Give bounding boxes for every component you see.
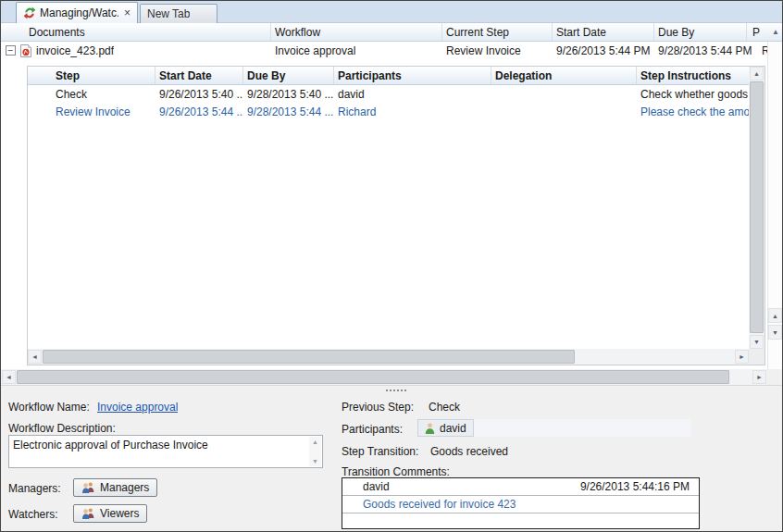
workflow-name-link[interactable]: Invoice approval xyxy=(97,401,178,414)
steps-vertical-scrollbar[interactable]: ▲ ▼ xyxy=(749,67,764,349)
tab-new-tab[interactable]: New Tab xyxy=(140,4,218,23)
transition-comments-box: david 9/26/2013 5:44:16 PM Goods receive… xyxy=(342,477,700,529)
scroll-up-icon: ▲ xyxy=(772,313,778,319)
scroll-left-icon: ◄ xyxy=(31,353,38,360)
workflow-icon xyxy=(23,6,36,19)
managers-button[interactable]: Managers xyxy=(73,478,157,497)
description-scrollbar[interactable]: ▲ ▼ xyxy=(309,437,321,466)
participants-label: Participants: xyxy=(342,423,403,436)
tab-bar: Managing/Watc... × New Tab xyxy=(1,1,782,23)
steps-detail-panel: Step Start Date Due By Participants Dele… xyxy=(27,66,765,365)
column-label: Participants xyxy=(338,69,402,82)
column-header-documents[interactable]: Documents xyxy=(1,23,271,41)
column-label: Due By xyxy=(247,69,285,82)
splitter-grip[interactable] xyxy=(386,390,406,391)
scroll-right-button[interactable]: ► xyxy=(752,370,766,384)
scroll-up-icon: ▲ xyxy=(753,70,760,77)
comment-text-row[interactable]: Goods received for invoice 423 xyxy=(342,496,699,513)
column-header-start-date[interactable]: Start Date xyxy=(553,23,654,41)
step-participants: david xyxy=(334,85,491,103)
scrollbar-corner xyxy=(749,349,764,365)
comment-timestamp: 9/26/2013 5:44:16 PM xyxy=(580,480,699,493)
column-header-priority[interactable]: P ▲ xyxy=(747,23,782,41)
step-instructions: Check whether goods re xyxy=(637,85,749,103)
document-name: invoice_423.pdf xyxy=(36,44,114,57)
tab-label: Managing/Watc... xyxy=(40,6,118,19)
document-start-date: 9/26/2013 5:44 PM xyxy=(556,44,650,57)
scroll-up-button[interactable]: ▲ xyxy=(750,67,764,80)
column-label: Workflow xyxy=(275,26,320,39)
people-icon xyxy=(81,482,95,493)
steps-horizontal-scrollbar[interactable]: ◄ ► xyxy=(28,349,749,365)
document-row[interactable]: − invoice_423.pdf Invoice approval Revie… xyxy=(1,42,782,59)
previous-step-label: Previous Step: xyxy=(342,401,414,414)
watchers-button[interactable]: Viewers xyxy=(73,504,147,523)
comment-header-row[interactable]: david 9/26/2013 5:44:16 PM xyxy=(342,478,699,496)
tab-managing-watching[interactable]: Managing/Watc... × xyxy=(16,2,138,23)
steps-grid-header: Step Start Date Due By Participants Dele… xyxy=(28,67,749,85)
column-header-step-start-date[interactable]: Start Date xyxy=(155,67,243,84)
collapse-row-button[interactable]: − xyxy=(6,45,16,56)
outer-vertical-scrollbar[interactable]: ▲ ▼ xyxy=(767,42,782,369)
people-icon xyxy=(81,508,95,519)
scrollbar-thumb[interactable] xyxy=(43,350,575,364)
step-row[interactable]: Review Invoice 9/26/2013 5:44 ... 9/28/2… xyxy=(28,103,749,120)
column-label: Start Date xyxy=(159,69,212,82)
scroll-down-button[interactable]: ▼ xyxy=(768,325,782,340)
column-label: Start Date xyxy=(556,26,606,39)
scroll-down-button[interactable]: ▼ xyxy=(750,335,764,349)
column-header-current-step[interactable]: Current Step xyxy=(442,23,553,41)
step-due-by: 9/28/2013 5:40 ... xyxy=(243,85,334,103)
step-name: Review Invoice xyxy=(28,103,155,120)
scroll-down-icon: ▼ xyxy=(753,339,760,345)
application-window: Managing/Watc... × New Tab Documents Wor… xyxy=(0,0,783,532)
step-participants: Richard xyxy=(334,103,491,120)
managers-button-label: Managers xyxy=(100,481,149,494)
workflow-name-label: Workflow Name: xyxy=(8,401,90,414)
comment-empty-row xyxy=(342,513,699,528)
column-header-step-instructions[interactable]: Step Instructions xyxy=(637,67,749,84)
scroll-right-icon: ► xyxy=(756,374,763,380)
document-workflow: Invoice approval xyxy=(275,44,355,57)
scroll-up-button[interactable]: ▲ xyxy=(768,308,782,323)
step-start-date: 9/26/2013 5:40 ... xyxy=(155,85,243,103)
column-label: Delegation xyxy=(495,69,552,82)
scroll-left-button[interactable]: ◄ xyxy=(2,370,16,384)
column-label: P xyxy=(752,26,760,39)
column-header-delegation[interactable]: Delegation xyxy=(491,67,637,84)
scroll-right-icon: ► xyxy=(739,353,745,360)
column-label: Due By xyxy=(658,26,694,39)
previous-step-value: Check xyxy=(429,401,460,414)
scrollbar-thumb[interactable] xyxy=(750,81,764,333)
column-header-due-by[interactable]: Due By xyxy=(654,23,747,41)
step-name: Check xyxy=(28,85,155,103)
scroll-right-button[interactable]: ► xyxy=(735,350,749,364)
tab-close-icon[interactable]: × xyxy=(124,7,130,19)
sort-ascending-icon: ▲ xyxy=(772,28,779,36)
watchers-label: Watchers: xyxy=(8,508,58,521)
pdf-file-icon xyxy=(20,44,31,57)
column-header-step-due-by[interactable]: Due By xyxy=(243,67,334,84)
step-row[interactable]: Check 9/26/2013 5:40 ... 9/28/2013 5:40 … xyxy=(28,85,749,103)
scrollbar-corner xyxy=(767,369,782,385)
column-label: Documents xyxy=(29,26,85,39)
column-label: Current Step xyxy=(446,26,509,39)
workflow-description-label: Workflow Description: xyxy=(8,422,116,435)
outer-horizontal-scrollbar[interactable]: ◄ ► xyxy=(1,369,767,385)
scroll-down-icon[interactable]: ▼ xyxy=(312,458,318,464)
step-transition-value: Goods received xyxy=(430,445,508,458)
tab-label: New Tab xyxy=(147,7,190,20)
panel-splitter[interactable] xyxy=(1,385,782,394)
column-header-step[interactable]: Step xyxy=(28,67,155,84)
column-header-workflow[interactable]: Workflow xyxy=(271,23,442,41)
workflow-description-text: Electronic approval of Purchase Invoice xyxy=(9,436,322,452)
participant-chip[interactable]: david xyxy=(417,419,474,437)
scroll-up-icon[interactable]: ▲ xyxy=(312,439,318,445)
scroll-left-button[interactable]: ◄ xyxy=(28,350,42,364)
transition-comments-label: Transition Comments: xyxy=(342,465,450,478)
column-header-participants[interactable]: Participants xyxy=(334,67,491,84)
scrollbar-thumb[interactable] xyxy=(17,370,729,384)
comment-text: Goods received for invoice 423 xyxy=(342,498,516,511)
step-due-by: 9/28/2013 5:44 ... xyxy=(243,103,334,120)
workflow-description-box[interactable]: Electronic approval of Purchase Invoice … xyxy=(8,435,323,468)
